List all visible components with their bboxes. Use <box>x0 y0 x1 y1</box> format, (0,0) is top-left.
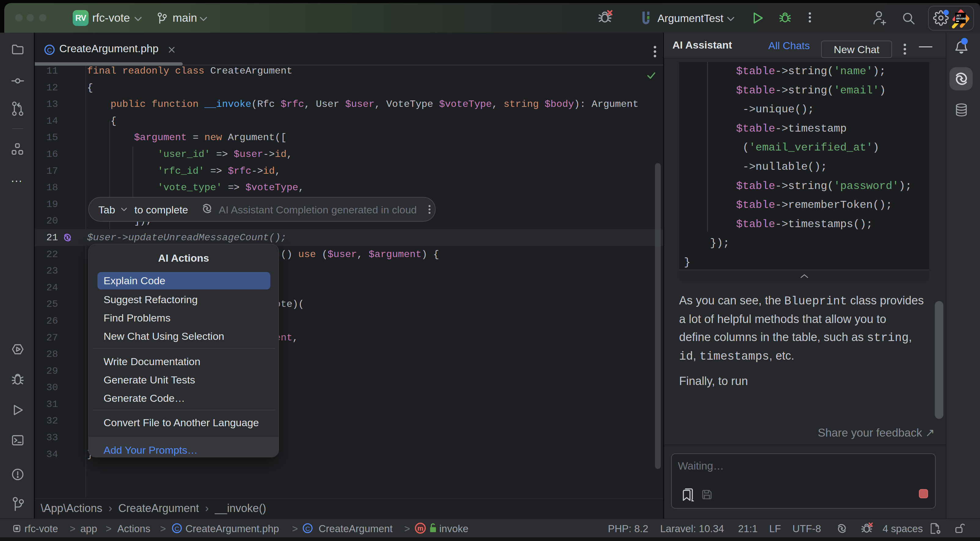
svg-text:JET: JET <box>956 14 961 17</box>
svg-text:BRAINS: BRAINS <box>956 17 967 20</box>
svg-text:C: C <box>47 46 52 54</box>
svg-text:C: C <box>175 525 179 532</box>
svg-text:m: m <box>417 525 423 532</box>
svg-text:C: C <box>305 525 310 532</box>
